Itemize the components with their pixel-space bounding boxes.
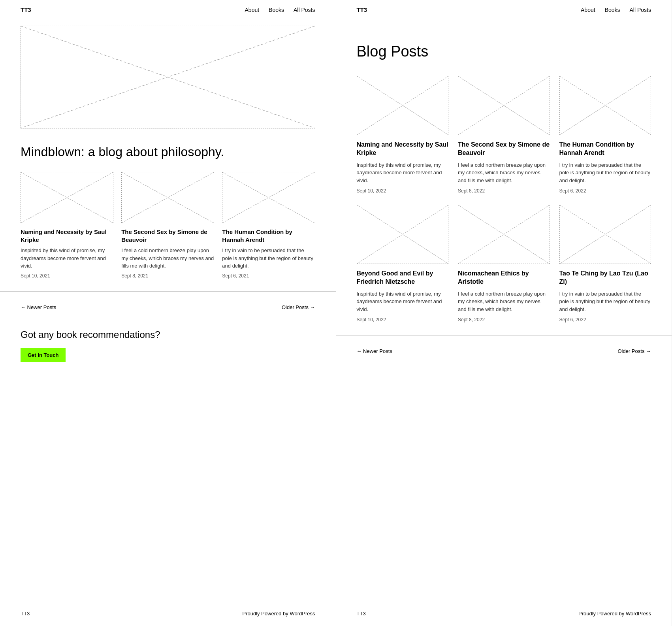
left-older-posts[interactable]: Older Posts → — [282, 304, 315, 310]
left-post-card-0: Naming and Necessity by Saul Kripke Insp… — [21, 172, 113, 279]
svg-line-2 — [21, 172, 113, 223]
right-post-date-r1-2: Sept 6, 2022 — [559, 188, 651, 194]
right-footer: TT3 Proudly Powered by WordPress — [336, 601, 672, 626]
right-post-title-r2-0[interactable]: Beyond Good and Evil by Friedrich Nietzs… — [357, 270, 449, 286]
right-post-excerpt-r1-2: I try in vain to be persuaded that the p… — [559, 161, 651, 185]
right-post-excerpt-r1-1: I feel a cold northern breeze play upon … — [458, 161, 550, 185]
left-post-card-2: The Human Condition by Hannah Arendt I t… — [222, 172, 315, 279]
right-nav: About Books All Posts — [581, 7, 651, 13]
right-post-excerpt-r1-0: Inspirited by this wind of promise, my d… — [357, 161, 449, 185]
svg-line-7 — [222, 172, 314, 223]
left-nav-books[interactable]: Books — [269, 7, 284, 13]
right-post-excerpt-r2-2: I try in vain to be persuaded that the p… — [559, 290, 651, 313]
right-footer-title: TT3 — [357, 611, 366, 617]
right-nav-allposts[interactable]: All Posts — [630, 7, 651, 13]
right-posts-grid-row1: Naming and Necessity by Saul Kripke Insp… — [336, 76, 672, 194]
right-nav-books[interactable]: Books — [605, 7, 620, 13]
right-site-title: TT3 — [357, 6, 367, 13]
right-post-card-r2-2: Tao Te Ching by Lao Tzu (Lao Zi) I try i… — [559, 205, 651, 322]
left-footer-powered: Proudly Powered by WordPress — [242, 611, 315, 617]
left-footer: TT3 Proudly Powered by WordPress — [0, 601, 336, 626]
right-header: TT3 About Books All Posts — [336, 0, 672, 19]
left-post-date-1: Sept 8, 2021 — [121, 273, 214, 279]
right-post-thumb-r2-0 — [357, 205, 449, 264]
svg-line-3 — [21, 172, 113, 223]
left-cta-title: Got any book recommendations? — [21, 329, 315, 340]
hero-image — [21, 26, 315, 128]
right-panel: TT3 About Books All Posts Blog Posts Nam… — [336, 0, 672, 626]
right-post-card-r1-0: Naming and Necessity by Saul Kripke Insp… — [357, 76, 449, 194]
left-site-title: TT3 — [21, 6, 31, 13]
left-nav: About Books All Posts — [245, 7, 315, 13]
left-post-card-1: The Second Sex by Simone de Beauvoir I f… — [121, 172, 214, 279]
left-post-date-0: Sept 10, 2021 — [21, 273, 113, 279]
left-nav-about[interactable]: About — [245, 7, 260, 13]
left-post-excerpt-1: I feel a cold northern breeze play upon … — [121, 247, 214, 270]
right-post-excerpt-r2-1: I feel a cold northern breeze play upon … — [458, 290, 550, 313]
right-posts-grid-row2: Beyond Good and Evil by Friedrich Nietzs… — [336, 205, 672, 322]
left-post-excerpt-0: Inspirited by this wind of promise, my d… — [21, 247, 113, 270]
right-post-title-r1-1[interactable]: The Second Sex by Simone de Beauvoir — [458, 141, 550, 157]
right-newer-posts[interactable]: ← Newer Posts — [357, 348, 392, 354]
left-post-date-2: Sept 6, 2021 — [222, 273, 315, 279]
right-post-title-r2-1[interactable]: Nicomachean Ethics by Aristotle — [458, 270, 550, 286]
left-nav-allposts[interactable]: All Posts — [294, 7, 315, 13]
left-cta-button[interactable]: Get In Touch — [21, 348, 66, 362]
right-post-thumb-r2-1 — [458, 205, 550, 264]
right-post-date-r2-2: Sept 6, 2022 — [559, 317, 651, 322]
right-post-thumb-r2-2 — [559, 205, 651, 264]
right-post-date-r2-1: Sept 8, 2022 — [458, 317, 550, 322]
left-post-thumb-2 — [222, 172, 315, 223]
left-newer-posts[interactable]: ← Newer Posts — [21, 304, 56, 310]
right-post-excerpt-r2-0: Inspirited by this wind of promise, my d… — [357, 290, 449, 313]
left-post-excerpt-2: I try in vain to be persuaded that the p… — [222, 247, 315, 270]
right-nav-about[interactable]: About — [581, 7, 595, 13]
right-post-card-r1-1: The Second Sex by Simone de Beauvoir I f… — [458, 76, 550, 194]
left-post-title-1[interactable]: The Second Sex by Simone de Beauvoir — [121, 228, 214, 243]
svg-line-5 — [122, 172, 214, 223]
svg-line-6 — [222, 172, 314, 223]
left-footer-title: TT3 — [21, 611, 30, 617]
right-post-date-r1-0: Sept 10, 2022 — [357, 188, 449, 194]
left-post-title-0[interactable]: Naming and Necessity by Saul Kripke — [21, 228, 113, 243]
blog-title: Blog Posts — [357, 43, 651, 60]
left-post-thumb-0 — [21, 172, 113, 223]
left-pagination: ← Newer Posts Older Posts → — [0, 291, 336, 310]
left-panel: TT3 About Books All Posts Mindblown: a b… — [0, 0, 336, 626]
row-gap — [336, 194, 672, 205]
right-post-title-r2-2[interactable]: Tao Te Ching by Lao Tzu (Lao Zi) — [559, 270, 651, 286]
blog-header: Blog Posts — [336, 19, 672, 76]
right-post-title-r1-2[interactable]: The Human Condition by Hannah Arendt — [559, 141, 651, 157]
right-post-thumb-r1-0 — [357, 76, 449, 135]
right-post-title-r1-0[interactable]: Naming and Necessity by Saul Kripke — [357, 141, 449, 157]
right-post-date-r2-0: Sept 10, 2022 — [357, 317, 449, 322]
right-older-posts[interactable]: Older Posts → — [617, 348, 651, 354]
right-footer-powered: Proudly Powered by WordPress — [578, 611, 651, 617]
left-post-title-2[interactable]: The Human Condition by Hannah Arendt — [222, 228, 315, 243]
right-post-thumb-r1-2 — [559, 76, 651, 135]
right-pagination: ← Newer Posts Older Posts → — [336, 335, 672, 354]
left-posts-grid: Naming and Necessity by Saul Kripke Insp… — [0, 172, 336, 279]
right-post-card-r2-1: Nicomachean Ethics by Aristotle I feel a… — [458, 205, 550, 322]
right-post-card-r2-0: Beyond Good and Evil by Friedrich Nietzs… — [357, 205, 449, 322]
right-post-card-r1-2: The Human Condition by Hannah Arendt I t… — [559, 76, 651, 194]
hero-title: Mindblown: a blog about philosophy. — [0, 128, 336, 172]
left-header: TT3 About Books All Posts — [0, 0, 336, 19]
svg-line-4 — [122, 172, 214, 223]
right-post-date-r1-1: Sept 8, 2022 — [458, 188, 550, 194]
right-post-thumb-r1-1 — [458, 76, 550, 135]
left-cta: Got any book recommendations? Get In Tou… — [0, 310, 336, 375]
left-post-thumb-1 — [121, 172, 214, 223]
